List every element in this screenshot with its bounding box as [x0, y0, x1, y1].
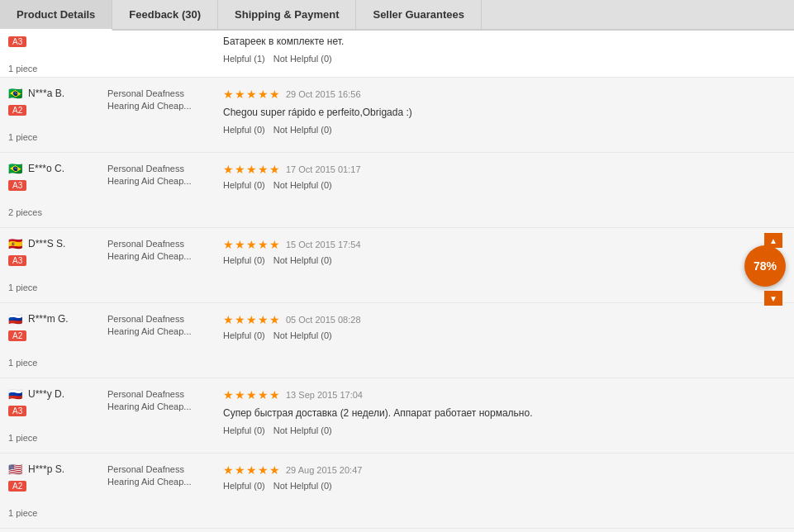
reviewer-info-2: 🇪🇸 D***S S. A3 1 piece [8, 238, 99, 292]
reviewer-info-0: 🇧🇷 N***a B. A2 1 piece [8, 88, 99, 142]
quantity-1: 2 pieces [8, 207, 99, 217]
not-helpful-btn-0[interactable]: Not Helpful (0) [273, 125, 332, 135]
review-date-1: 17 Oct 2015 01:17 [286, 164, 361, 174]
helpful-btn-4[interactable]: Helpful (0) [223, 425, 265, 435]
badge-partial: A3 [8, 36, 26, 47]
flag-icon-3: 🇷🇺 [8, 313, 25, 325]
product-info-5: Personal Deafness Hearing Aid Cheap... [107, 463, 215, 489]
helpful-row-1: Helpful (0) Not Helpful (0) [223, 180, 786, 190]
reviewer-info-4: 🇷🇺 U***y D. A3 1 piece [8, 388, 99, 443]
reviewer-name-0: 🇧🇷 N***a B. [8, 88, 99, 99]
username-3: R***m G. [28, 313, 69, 325]
not-helpful-btn-2[interactable]: Not Helpful (0) [273, 255, 332, 265]
review-date-4: 13 Sep 2015 17:04 [286, 390, 363, 400]
not-helpful-btn-5[interactable]: Not Helpful (0) [273, 481, 332, 491]
product-info-3: Personal Deafness Hearing Aid Cheap... [107, 313, 215, 339]
scroll-down-arrow[interactable]: ▼ [764, 291, 782, 306]
username-4: U***y D. [28, 388, 64, 400]
helpful-btn-2[interactable]: Helpful (0) [223, 255, 265, 265]
helpful-row-5: Helpful (0) Not Helpful (0) [223, 481, 786, 491]
tab-feedback[interactable]: Feedback (30) [112, 0, 218, 29]
stars-4: ★★★★★ [223, 388, 281, 401]
review-content-1: ★★★★★ 17 Oct 2015 01:17 Helpful (0) Not … [223, 163, 786, 190]
not-helpful-btn-1[interactable]: Not Helpful (0) [273, 180, 332, 190]
quantity-5: 1 piece [8, 508, 99, 518]
helpful-btn-3[interactable]: Helpful (0) [223, 330, 265, 340]
scroll-up-arrow[interactable]: ▲ [764, 233, 782, 248]
reviews-container: A3 1 piece Батареек в комплекте нет. Hel… [0, 31, 794, 78]
stars-row-5: ★★★★★ 29 Aug 2015 20:47 [223, 463, 786, 477]
quantity-partial: 1 piece [8, 64, 99, 74]
review-content-5: ★★★★★ 29 Aug 2015 20:47 Helpful (0) Not … [223, 463, 786, 491]
quantity-4: 1 piece [8, 433, 99, 443]
review-content-3: ★★★★★ 05 Oct 2015 08:28 Helpful (0) Not … [223, 313, 786, 340]
badge-1: A3 [8, 180, 26, 191]
tab-product-details[interactable]: Product Details [0, 0, 112, 31]
scroll-indicator: 78% [744, 245, 786, 287]
stars-3: ★★★★★ [223, 313, 281, 326]
review-text-4: Супер быстрая доставка (2 недели). Аппар… [223, 406, 786, 420]
helpful-row-4: Helpful (0) Not Helpful (0) [223, 425, 786, 435]
username-5: H***p S. [28, 463, 64, 475]
review-date-3: 05 Oct 2015 08:28 [286, 315, 361, 325]
badge-4: A3 [8, 406, 26, 416]
review-row-partial: A3 1 piece Батареек в комплекте нет. Hel… [0, 31, 794, 78]
stars-1: ★★★★★ [223, 163, 281, 176]
flag-icon-0: 🇧🇷 [8, 88, 25, 99]
review-content-2: ★★★★★ 15 Oct 2015 17:54 Helpful (0) Not … [223, 238, 786, 265]
stars-row-1: ★★★★★ 17 Oct 2015 01:17 [223, 163, 786, 176]
stars-5: ★★★★★ [223, 463, 281, 477]
review-row-4: 🇷🇺 U***y D. A3 1 piece Personal Deafness… [0, 378, 794, 454]
quantity-0: 1 piece [8, 132, 99, 142]
helpful-btn-1[interactable]: Helpful (0) [223, 180, 265, 190]
tabs-bar: Product Details Feedback (30) Shipping &… [0, 0, 794, 31]
helpful-row-0: Helpful (0) Not Helpful (0) [223, 125, 786, 135]
not-helpful-btn-4[interactable]: Not Helpful (0) [273, 425, 332, 435]
username-2: D***S S. [28, 238, 65, 249]
flag-icon-4: 🇷🇺 [8, 388, 25, 400]
review-row-5: 🇺🇸 H***p S. A2 1 piece Personal Deafness… [0, 454, 794, 529]
quantity-2: 1 piece [8, 283, 99, 292]
reviewer-name-4: 🇷🇺 U***y D. [8, 388, 99, 400]
stars-row-4: ★★★★★ 13 Sep 2015 17:04 [223, 388, 786, 401]
reviewer-info-1: 🇧🇷 E***o C. A3 2 pieces [8, 163, 99, 217]
stars-0: ★★★★★ [223, 88, 281, 101]
review-row-6: 🇺🇸 S***y S. A3 1 piece Personal Deafness… [0, 529, 794, 532]
stars-2: ★★★★★ [223, 238, 281, 251]
username-0: N***a B. [28, 88, 64, 99]
stars-row-0: ★★★★★ 29 Oct 2015 16:56 [223, 88, 786, 101]
helpful-row-3: Helpful (0) Not Helpful (0) [223, 330, 786, 340]
reviewer-name-5: 🇺🇸 H***p S. [8, 463, 99, 475]
flag-icon-5: 🇺🇸 [8, 463, 25, 475]
helpful-partial: Helpful (1) Not Helpful (0) [223, 54, 786, 64]
review-date-0: 29 Oct 2015 16:56 [286, 89, 361, 99]
tab-shipping[interactable]: Shipping & Payment [218, 0, 356, 29]
quantity-3: 1 piece [8, 358, 99, 368]
reviewer-info-partial: A3 1 piece [8, 34, 99, 74]
tab-seller-guarantees[interactable]: Seller Guarantees [356, 0, 482, 29]
username-1: E***o C. [28, 163, 64, 174]
product-info-1: Personal Deafness Hearing Aid Cheap... [107, 163, 215, 188]
text-partial: Батареек в комплекте нет. [223, 34, 786, 49]
badge-3: A2 [8, 330, 26, 341]
reviews-list: 🇧🇷 N***a B. A2 1 piece Personal Deafness… [0, 78, 794, 532]
helpful-btn-5[interactable]: Helpful (0) [223, 481, 265, 491]
badge-5: A2 [8, 481, 26, 492]
review-row-3: 🇷🇺 R***m G. A2 1 piece Personal Deafness… [0, 303, 794, 378]
stars-row-3: ★★★★★ 05 Oct 2015 08:28 [223, 313, 786, 326]
stars-row-2: ★★★★★ 15 Oct 2015 17:54 [223, 238, 786, 251]
helpful-btn-partial[interactable]: Helpful (1) [223, 54, 265, 64]
review-row-2: 🇪🇸 D***S S. A3 1 piece Personal Deafness… [0, 228, 794, 303]
reviewer-info-3: 🇷🇺 R***m G. A2 1 piece [8, 313, 99, 368]
review-content-4: ★★★★★ 13 Sep 2015 17:04 Супер быстрая до… [223, 388, 786, 435]
product-info-4: Personal Deafness Hearing Aid Cheap... [107, 388, 215, 414]
product-info-2: Personal Deafness Hearing Aid Cheap... [107, 238, 215, 264]
reviewer-name-3: 🇷🇺 R***m G. [8, 313, 99, 325]
flag-icon-2: 🇪🇸 [8, 238, 25, 249]
content-partial: Батареек в комплекте нет. Helpful (1) No… [223, 34, 786, 64]
review-date-2: 15 Oct 2015 17:54 [286, 240, 361, 249]
helpful-btn-0[interactable]: Helpful (0) [223, 125, 265, 135]
not-helpful-btn-partial[interactable]: Not Helpful (0) [273, 54, 332, 64]
not-helpful-btn-3[interactable]: Not Helpful (0) [273, 330, 332, 340]
badge-0: A2 [8, 105, 26, 116]
